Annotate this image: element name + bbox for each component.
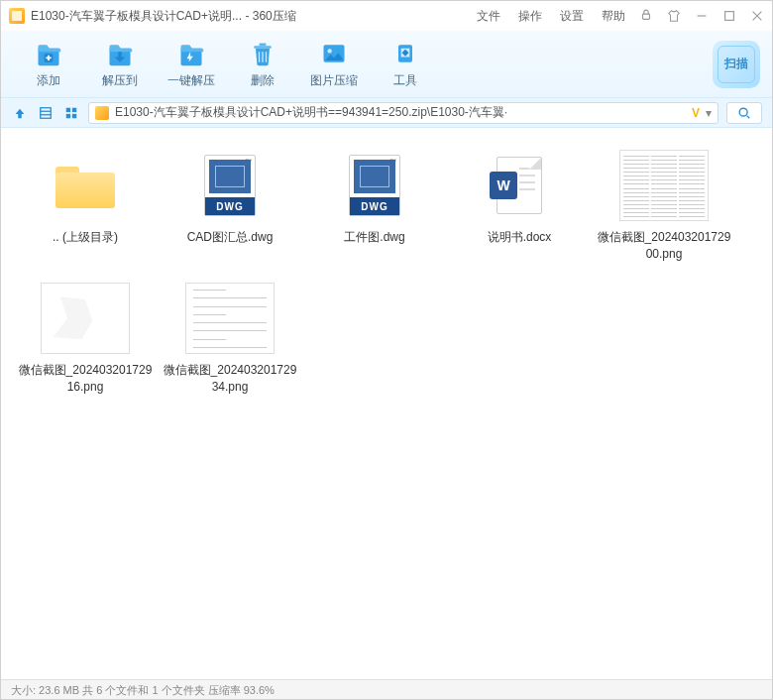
delete-label: 删除 xyxy=(251,72,275,89)
file-label: 微信截图_20240320172916.png xyxy=(13,362,158,396)
png-thumbnail xyxy=(619,150,709,221)
path-bar: E1030-汽车翼子板模具设计CAD+说明书==943941=250.zip\E… xyxy=(1,98,772,128)
window-title: E1030-汽车翼子板模具设计CAD+说明... - 360压缩 xyxy=(31,8,463,25)
folder-icon xyxy=(41,150,130,221)
svg-rect-2 xyxy=(725,12,734,21)
dwg-icon: ™DWG xyxy=(330,150,419,221)
file-item[interactable]: 微信截图_20240320172934.png xyxy=(158,279,302,411)
file-label: 说明书.docx xyxy=(484,229,556,246)
png-thumbnail xyxy=(41,283,130,354)
svg-rect-7 xyxy=(260,44,267,47)
extract-to-button[interactable]: 解压到 xyxy=(84,35,156,94)
svg-rect-15 xyxy=(66,107,70,111)
parent-folder-item[interactable]: .. (上级目录) xyxy=(13,146,158,279)
file-label: 工件图.dwg xyxy=(340,229,408,246)
menu-bar: 文件 操作 设置 帮助 xyxy=(477,8,625,25)
menu-file[interactable]: 文件 xyxy=(477,8,500,25)
tools-label: 工具 xyxy=(393,72,417,89)
file-item[interactable]: ™DWG CAD图汇总.dwg xyxy=(158,146,302,279)
file-item[interactable]: 微信截图_20240320172900.png xyxy=(592,146,736,279)
status-text: 大小: 23.6 MB 共 6 个文件和 1 个文件夹 压缩率 93.6% xyxy=(11,683,275,698)
delete-button[interactable]: 删除 xyxy=(227,35,298,94)
svg-rect-12 xyxy=(41,107,52,118)
add-icon xyxy=(34,39,63,68)
path-input[interactable]: E1030-汽车翼子板模具设计CAD+说明书==943941=250.zip\E… xyxy=(88,102,718,124)
one-click-extract-button[interactable]: 一键解压 xyxy=(156,35,227,94)
view-icons-button[interactable] xyxy=(62,104,80,122)
dwg-icon: ™DWG xyxy=(185,150,275,221)
menu-settings[interactable]: 设置 xyxy=(560,8,584,25)
png-thumbnail xyxy=(185,283,275,354)
one-click-icon xyxy=(176,39,206,68)
menu-operate[interactable]: 操作 xyxy=(518,8,542,25)
scan-button[interactable]: 扫描 xyxy=(713,41,760,88)
scan-label: 扫描 xyxy=(724,56,748,72)
lock-icon[interactable] xyxy=(639,8,653,25)
app-icon xyxy=(9,8,25,24)
close-button[interactable] xyxy=(750,9,764,23)
svg-line-20 xyxy=(747,115,750,118)
title-bar: E1030-汽车翼子板模具设计CAD+说明... - 360压缩 文件 操作 设… xyxy=(1,1,772,31)
up-button[interactable] xyxy=(11,104,29,122)
svg-rect-17 xyxy=(66,113,70,117)
file-item[interactable]: ™DWG 工件图.dwg xyxy=(302,146,447,279)
svg-rect-18 xyxy=(72,113,76,117)
delete-icon xyxy=(248,39,277,68)
view-list-button[interactable] xyxy=(37,104,55,122)
one-click-label: 一键解压 xyxy=(167,72,215,89)
extract-to-label: 解压到 xyxy=(102,72,138,89)
file-label: .. (上级目录) xyxy=(49,229,122,246)
window-controls xyxy=(667,9,764,23)
file-grid: .. (上级目录) ™DWG CAD图汇总.dwg ™DWG 工件图.dwg W… xyxy=(13,146,760,411)
file-item[interactable]: W 说明书.docx xyxy=(447,146,592,279)
path-text: E1030-汽车翼子板模具设计CAD+说明书==943941=250.zip\E… xyxy=(115,104,688,121)
minimize-button[interactable] xyxy=(695,9,709,23)
archive-icon xyxy=(95,106,109,120)
svg-point-19 xyxy=(739,108,747,116)
image-compress-label: 图片压缩 xyxy=(310,72,358,89)
add-label: 添加 xyxy=(37,72,60,89)
extract-icon xyxy=(105,39,135,68)
tools-icon xyxy=(390,39,420,68)
tools-button[interactable]: 工具 xyxy=(370,35,441,94)
file-label: 微信截图_20240320172934.png xyxy=(158,362,302,396)
vip-badge: V xyxy=(692,106,700,120)
docx-icon: W xyxy=(475,150,564,221)
file-label: CAD图汇总.dwg xyxy=(183,229,277,246)
search-button[interactable] xyxy=(726,102,762,124)
maximize-button[interactable] xyxy=(722,9,736,23)
svg-rect-6 xyxy=(254,46,272,49)
status-bar: 大小: 23.6 MB 共 6 个文件和 1 个文件夹 压缩率 93.6% xyxy=(1,679,772,700)
file-area: .. (上级目录) ™DWG CAD图汇总.dwg ™DWG 工件图.dwg W… xyxy=(1,128,772,679)
svg-rect-0 xyxy=(643,14,650,19)
skin-icon[interactable] xyxy=(667,9,681,23)
file-label: 微信截图_20240320172900.png xyxy=(592,229,736,263)
chevron-down-icon[interactable]: ▾ xyxy=(706,106,712,120)
svg-point-9 xyxy=(327,49,331,53)
image-compress-icon xyxy=(319,39,349,68)
svg-rect-16 xyxy=(72,107,76,111)
toolbar: 添加 解压到 一键解压 删除 图片压缩 工具 扫描 xyxy=(1,31,772,98)
add-button[interactable]: 添加 xyxy=(13,35,84,94)
image-compress-button[interactable]: 图片压缩 xyxy=(298,35,370,94)
file-item[interactable]: 微信截图_20240320172916.png xyxy=(13,279,158,411)
menu-help[interactable]: 帮助 xyxy=(602,8,625,25)
